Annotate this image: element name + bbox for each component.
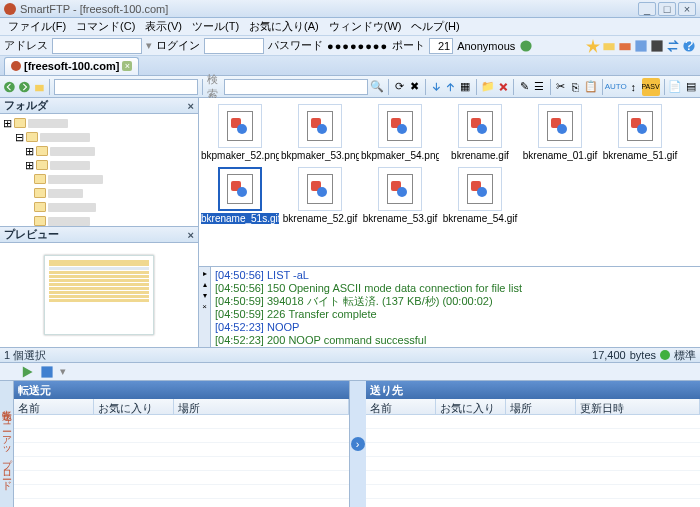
folder-tree[interactable]: ⊞ ⊟ ⊞ ⊞ [0, 114, 198, 227]
menu-window[interactable]: ウィンドウ(W) [325, 17, 406, 36]
file-item[interactable]: bkrename_54.gif [441, 167, 519, 224]
paste-icon[interactable]: 📋 [584, 78, 598, 96]
file-item[interactable]: bkrename_52.gif [281, 167, 359, 224]
tab-close-icon[interactable]: × [122, 61, 132, 71]
login-input[interactable] [204, 38, 264, 54]
connection-tabs: [freesoft-100.com] × [0, 56, 700, 76]
menu-view[interactable]: 表示(V) [141, 17, 186, 36]
delete-icon[interactable] [497, 78, 510, 96]
log-up-icon[interactable]: ▴ [203, 280, 207, 289]
login-label: ログイン [156, 38, 200, 53]
file-name: bkrename_54.gif [441, 213, 519, 224]
transfer-direction-icon[interactable]: › [351, 437, 365, 451]
bytes-label: bytes [630, 349, 656, 361]
address-input[interactable] [52, 38, 142, 54]
col-loc[interactable]: 場所 [174, 399, 349, 414]
auto-icon[interactable]: AUTO [607, 78, 625, 96]
newfolder-icon[interactable]: 📁 [481, 78, 495, 96]
log-output[interactable]: [04:50:56] LIST -aL [04:50:56] 150 Openi… [211, 267, 700, 347]
file-item[interactable]: bkrename_51s.gif [201, 167, 279, 224]
go-icon[interactable] [519, 39, 533, 53]
status-bar: 1 個選択 17,400 bytes 標準 [0, 347, 700, 363]
minimize-button[interactable]: _ [638, 2, 656, 16]
col-name[interactable]: 名前 [366, 399, 436, 414]
col-fav[interactable]: お気に入り [94, 399, 174, 414]
file-icon [458, 104, 502, 148]
menu-favorites[interactable]: お気に入り(A) [245, 17, 323, 36]
file-name: bkrename_52.gif [281, 213, 359, 224]
raw-icon[interactable]: ▤ [684, 78, 697, 96]
download-icon[interactable] [430, 78, 443, 96]
tx-save-icon[interactable] [40, 365, 54, 379]
help-icon[interactable]: ? [682, 39, 696, 53]
address-label: アドレス [4, 38, 48, 53]
abort-icon[interactable]: ✖ [408, 78, 421, 96]
source-columns: 名前 お気に入り 場所 [14, 399, 349, 415]
port-label: ポート [392, 38, 425, 53]
disconnect-icon[interactable]: ⟳ [393, 78, 406, 96]
up-button[interactable] [33, 78, 46, 96]
terminal-icon[interactable] [650, 39, 664, 53]
port-input[interactable] [429, 38, 453, 54]
mode-icon[interactable]: ↕ [627, 78, 640, 96]
path-input[interactable] [54, 79, 198, 95]
file-icon [298, 104, 342, 148]
col-fav[interactable]: お気に入り [436, 399, 506, 414]
dest-columns: 名前 お気に入り 場所 更新日時 [366, 399, 701, 415]
copy-icon[interactable]: ⎘ [569, 78, 582, 96]
file-item[interactable]: bkpmaker_54.png [361, 104, 439, 161]
upload-icon[interactable] [444, 78, 457, 96]
menu-help[interactable]: ヘルプ(H) [407, 17, 463, 36]
file-item[interactable]: bkpmaker_52.png [201, 104, 279, 161]
back-button[interactable] [3, 78, 16, 96]
search-input[interactable] [224, 79, 368, 95]
file-name: bkrename.gif [441, 150, 519, 161]
preview-body [0, 243, 198, 347]
log-expand-icon[interactable]: ▸ [203, 269, 207, 278]
file-list[interactable]: bkpmaker_52.pngbkpmaker_53.pngbkpmaker_5… [199, 98, 700, 267]
file-name: bkrename_51s.gif [201, 213, 279, 224]
file-item[interactable]: bkpmaker_53.png [281, 104, 359, 161]
file-item[interactable]: bkrename.gif [441, 104, 519, 161]
search-icon[interactable]: 🔍 [370, 78, 384, 96]
file-icon [538, 104, 582, 148]
col-loc[interactable]: 場所 [506, 399, 576, 414]
file-name: bkrename_53.gif [361, 213, 439, 224]
close-button[interactable]: × [678, 2, 696, 16]
connection-tab[interactable]: [freesoft-100.com] × [4, 57, 139, 75]
fav-icon[interactable] [586, 39, 600, 53]
selection-status: 1 個選択 [4, 348, 46, 363]
view-icon[interactable] [634, 39, 648, 53]
file-item[interactable]: bkrename_51.gif [601, 104, 679, 161]
log-down-icon[interactable]: ▾ [203, 291, 207, 300]
source-rows[interactable] [14, 415, 349, 507]
folder1-icon[interactable] [602, 39, 616, 53]
rename-icon[interactable]: ✎ [518, 78, 531, 96]
menu-command[interactable]: コマンド(C) [72, 17, 139, 36]
transfer-icon[interactable] [666, 39, 680, 53]
file-item[interactable]: bkrename_53.gif [361, 167, 439, 224]
tab-label: [freesoft-100.com] [24, 60, 119, 72]
menu-tools[interactable]: ツール(T) [188, 17, 243, 36]
preview-panel-close[interactable]: × [188, 229, 194, 241]
forward-button[interactable] [18, 78, 31, 96]
log-x-icon[interactable]: × [202, 302, 207, 311]
pasv-icon[interactable]: PASV [642, 78, 660, 96]
props-icon[interactable]: ☰ [533, 78, 546, 96]
search-label: 検索 [207, 72, 223, 102]
tx-play-icon[interactable] [20, 365, 34, 379]
log-icon[interactable]: 📄 [668, 78, 682, 96]
cut-icon[interactable]: ✂ [554, 78, 567, 96]
col-upd[interactable]: 更新日時 [576, 399, 701, 414]
folder-panel-close[interactable]: × [188, 100, 194, 112]
file-icon [298, 167, 342, 211]
col-name[interactable]: 名前 [14, 399, 94, 414]
file-icon [218, 167, 262, 211]
file-item[interactable]: bkrename_01.gif [521, 104, 599, 161]
dest-rows[interactable] [366, 415, 701, 507]
menu-file[interactable]: ファイル(F) [4, 17, 70, 36]
view-mode-icon[interactable]: ▦ [459, 78, 472, 96]
folder2-icon[interactable] [618, 39, 632, 53]
maximize-button[interactable]: □ [658, 2, 676, 16]
titlebar: SmartFTP - [freesoft-100.com] _ □ × [0, 0, 700, 18]
